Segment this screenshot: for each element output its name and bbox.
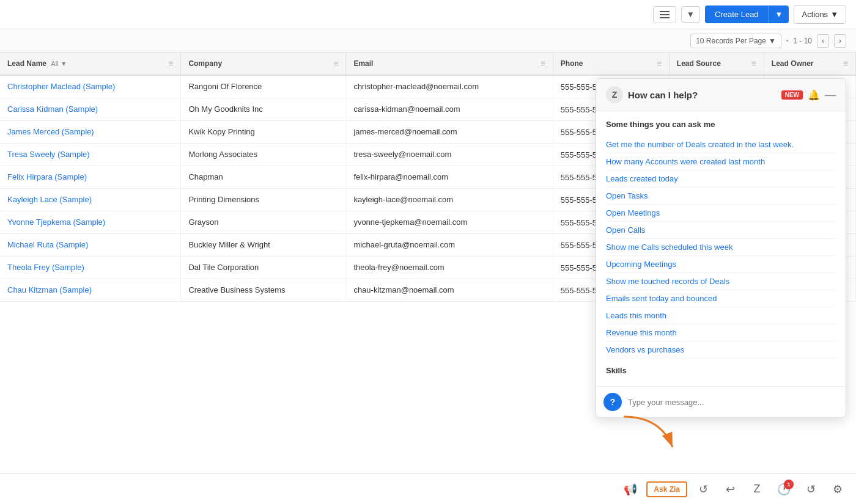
zia-bell-icon[interactable]: 🔔 [808,89,820,101]
col-email: Email ≡ [346,53,553,75]
records-per-page-selector[interactable]: 10 Records Per Page ▼ [690,34,781,48]
lead-name-link[interactable]: Carissa Kidman (Sample) [7,104,98,114]
create-lead-dropdown-arrow[interactable]: ▼ [769,5,789,23]
lead-name-link[interactable]: Theola Frey (Sample) [7,263,84,272]
zia-header: Z How can I help? NEW 🔔 — [596,79,846,111]
lead-name-link[interactable]: Kayleigh Lace (Sample) [7,195,92,204]
cell-email: christopher-maclead@noemail.com [346,75,553,98]
col-menu-icon-lead-owner[interactable]: ≡ [843,59,848,68]
clock-icon-button[interactable]: 🕐 1 [773,478,795,500]
zia-message-input[interactable] [628,398,838,407]
zia-icon: Z [754,483,761,495]
lead-name-link[interactable]: Felix Hirpara (Sample) [7,172,87,181]
cell-company: Oh My Goodknits Inc [181,98,346,121]
cell-email: carissa-kidman@noemail.com [346,98,553,121]
cell-lead-name: Tresa Sweely (Sample) [0,144,181,166]
bottom-bar: 📢 Ask Zia ↺ ↩ Z 🕐 1 ↺ ⚙ [0,473,856,504]
records-per-page-label: 10 Records Per Page [696,37,766,45]
history-icon-button[interactable]: ↺ [800,478,822,500]
notification-badge: 1 [784,480,794,489]
zia-icon-button[interactable]: Z [746,478,768,500]
cell-company: Creative Business Systems [181,279,346,302]
actions-label: Actions [802,10,828,19]
svg-rect-2 [660,17,670,18]
col-lead-source: Lead Source ≡ [669,53,764,75]
zia-question-button[interactable]: ? [603,393,622,411]
cell-lead-name: Michael Ruta (Sample) [0,234,181,257]
zia-suggestion-item[interactable]: Open Calls [606,222,836,239]
zia-input-area: ? [596,386,846,417]
zia-skills-label: Skills [606,366,836,375]
records-per-page-arrow: ▼ [769,37,776,45]
svg-rect-0 [660,11,670,12]
zia-close-button[interactable]: — [825,89,836,101]
undo-icon-button[interactable]: ↩ [719,478,741,500]
zia-suggestion-item[interactable]: Get me the number of Deals created in th… [606,136,836,153]
zia-new-badge: NEW [781,90,803,100]
lead-name-link[interactable]: Yvonne Tjepkema (Sample) [7,217,105,227]
zia-body: Some things you can ask me Get me the nu… [596,111,846,386]
zia-suggestion-item[interactable]: Leads this month [606,307,836,324]
pagination-range: 1 - 10 [793,37,812,45]
next-page-button[interactable]: › [834,34,846,48]
cell-company: Morlong Associates [181,144,346,166]
lead-name-link[interactable]: Michael Ruta (Sample) [7,240,88,249]
zia-suggestion-item[interactable]: Upcoming Meetings [606,256,836,273]
zia-suggestion-item[interactable]: Leads created today [606,170,836,188]
zia-popup: Z How can I help? NEW 🔔 — Some things yo… [596,78,846,418]
zia-suggestion-item[interactable]: Open Meetings [606,205,836,222]
cell-lead-name: Kayleigh Lace (Sample) [0,189,181,211]
lead-name-link[interactable]: Chau Kitzman (Sample) [7,285,92,294]
cell-lead-name: James Merced (Sample) [0,121,181,144]
cell-company: Dal Tile Corporation [181,257,346,279]
lead-name-link[interactable]: Christopher Maclead (Sample) [7,82,115,91]
cell-lead-name: Theola Frey (Sample) [0,257,181,279]
col-phone: Phone ≡ [553,53,669,75]
cell-company: Kwik Kopy Printing [181,121,346,144]
cell-email: kayleigh-lace@noemail.com [346,189,553,211]
ask-zia-button[interactable]: Ask Zia [646,481,687,497]
undo-icon: ↩ [726,483,735,496]
col-company: Company ≡ [181,53,346,75]
zia-suggestions-title: Some things you can ask me [606,120,836,129]
zia-suggestion-item[interactable]: How many Accounts were created last mont… [606,153,836,170]
list-view-button[interactable] [653,6,676,23]
col-menu-icon-lead-name[interactable]: ≡ [168,59,173,68]
zia-question-label: ? [610,397,616,407]
megaphone-icon: 📢 [624,483,637,496]
zia-suggestion-item[interactable]: Revenue this month [606,324,836,341]
dropdown-chevron-icon: ▼ [687,10,695,19]
col-menu-icon-lead-source[interactable]: ≡ [751,59,756,68]
col-menu-icon-company[interactable]: ≡ [333,59,338,68]
col-lead-name: Lead Name All ▼ ≡ [0,53,181,75]
refresh-icon-button[interactable]: ↺ [692,478,714,500]
cell-company: Printing Dimensions [181,189,346,211]
cell-company: Buckley Miller & Wright [181,234,346,257]
cell-lead-name: Christopher Maclead (Sample) [0,75,181,98]
cell-email: tresa-sweely@noemail.com [346,144,553,166]
prev-page-button[interactable]: ‹ [817,34,829,48]
cell-company: Chapman [181,166,346,189]
table-header-row: Lead Name All ▼ ≡ Company ≡ Email ≡ [0,53,856,75]
pagination-dot: • [786,37,789,44]
cell-email: theola-frey@noemail.com [346,257,553,279]
lead-name-link[interactable]: James Merced (Sample) [7,127,94,136]
settings-icon-button[interactable]: ⚙ [827,478,849,500]
megaphone-icon-button[interactable]: 📢 [619,478,641,500]
create-lead-label: Create Lead [705,5,769,23]
col-menu-icon-email[interactable]: ≡ [541,59,545,68]
view-dropdown-button[interactable]: ▼ [681,6,700,23]
zia-suggestion-item[interactable]: Show me touched records of Deals [606,273,836,290]
zia-suggestion-item[interactable]: Open Tasks [606,188,836,205]
cell-email: yvonne-tjepkema@noemail.com [346,211,553,234]
actions-button[interactable]: Actions ▼ [794,5,846,24]
zia-suggestion-item[interactable]: Show me Calls scheduled this week [606,239,836,256]
zia-suggestion-item[interactable]: Emails sent today and bounced [606,290,836,307]
col-menu-icon-phone[interactable]: ≡ [657,59,662,68]
lead-name-link[interactable]: Tresa Sweely (Sample) [7,150,90,159]
history-icon: ↺ [806,483,816,496]
actions-dropdown-arrow: ▼ [830,10,838,19]
zia-suggestion-item[interactable]: Vendors vs purchases [606,341,836,359]
toolbar: ▼ Create Lead ▼ Actions ▼ [0,0,856,29]
create-lead-button[interactable]: Create Lead ▼ [705,5,789,23]
